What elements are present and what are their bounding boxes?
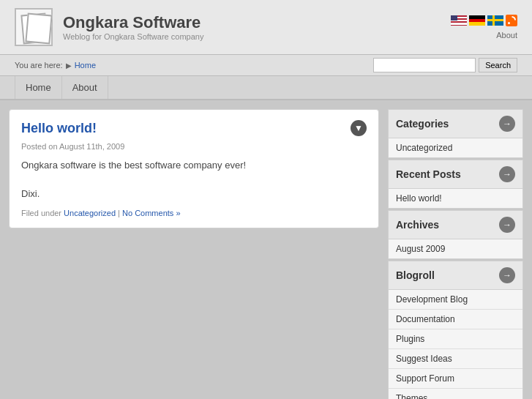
site-info: Ongkara Software Weblog for Ongkara Soft… — [63, 13, 203, 41]
post-title-row: Hello world! ▼ — [21, 120, 367, 136]
recent-posts-arrow-icon[interactable]: → — [499, 166, 515, 182]
flag-us[interactable] — [451, 15, 467, 26]
archives-arrow-icon[interactable]: → — [499, 217, 515, 233]
nav-item-home[interactable]: Home — [15, 76, 62, 99]
flag-de[interactable] — [469, 15, 485, 26]
filed-prefix: Filed under — [21, 209, 61, 217]
breadcrumb: You are here: ▶ Home — [15, 61, 96, 70]
sidebar: Categories → Uncategorized Recent Posts … — [388, 109, 523, 399]
post-body-line2: Dixi. — [21, 187, 367, 201]
nav-bar: Home About — [0, 76, 532, 100]
post-date: Posted on August 11th, 2009 — [21, 142, 367, 151]
post-title: Hello world! — [21, 121, 97, 136]
sidebar-section-blogroll: Blogroll → Development Blog Documentatio… — [388, 261, 523, 399]
search-input[interactable] — [373, 58, 476, 72]
sidebar-title-archives: Archives — [396, 219, 439, 231]
sidebar-item-plugins[interactable]: Plugins — [389, 329, 522, 349]
sidebar-title-categories: Categories — [396, 118, 449, 130]
archive-link-august-2009[interactable]: August 2009 — [396, 244, 445, 254]
sidebar-item-documentation[interactable]: Documentation — [389, 310, 522, 329]
logo-icon — [15, 8, 53, 46]
search-button[interactable]: Search — [479, 58, 517, 72]
sidebar-header-archives: Archives → — [389, 211, 522, 239]
comments-link[interactable]: No Comments » — [122, 209, 180, 217]
breadcrumb-home[interactable]: Home — [75, 61, 96, 70]
post-body-line1: Ongkara software is the best software co… — [21, 158, 367, 173]
sidebar-item-support-forum[interactable]: Support Forum — [389, 369, 522, 389]
sidebar-header-blogroll: Blogroll → — [389, 261, 522, 290]
categories-arrow-icon[interactable]: → — [499, 116, 515, 132]
rss-inner — [508, 17, 515, 24]
header: Ongkara Software Weblog for Ongkara Soft… — [0, 0, 532, 55]
sidebar-header-recent-posts: Recent Posts → — [389, 160, 522, 189]
breadcrumb-bar: You are here: ▶ Home Search — [0, 55, 532, 76]
breadcrumb-prefix: You are here: — [15, 61, 63, 70]
category-uncategorized-link[interactable]: Uncategorized — [396, 143, 452, 153]
sidebar-title-recent-posts: Recent Posts — [396, 168, 461, 180]
site-title: Ongkara Software — [63, 13, 203, 32]
sidebar-item-development-blog[interactable]: Development Blog — [389, 290, 522, 310]
flag-se[interactable] — [487, 15, 503, 26]
main-wrapper: Hello world! ▼ Posted on August 11th, 20… — [0, 100, 532, 399]
content-area: Hello world! ▼ Posted on August 11th, 20… — [9, 109, 379, 399]
sidebar-item-themes[interactable]: Themes — [389, 389, 522, 399]
sidebar-item-suggest-ideas[interactable]: Suggest Ideas — [389, 349, 522, 369]
about-link[interactable]: About — [496, 31, 517, 40]
post-card: Hello world! ▼ Posted on August 11th, 20… — [9, 109, 379, 228]
sidebar-section-recent-posts: Recent Posts → Hello world! — [388, 160, 523, 209]
recent-post-link-hello-world[interactable]: Hello world! — [396, 193, 442, 204]
breadcrumb-arrow: ▶ — [66, 61, 72, 70]
site-subtitle: Weblog for Ongkara Software company — [63, 32, 203, 41]
post-body: Ongkara software is the best software co… — [21, 158, 367, 201]
sidebar-item-uncategorized[interactable]: Uncategorized — [389, 138, 522, 157]
nav-item-about[interactable]: About — [62, 76, 108, 99]
blogroll-arrow-icon[interactable]: → — [499, 267, 515, 283]
search-area: Search — [373, 58, 517, 72]
sidebar-title-blogroll: Blogroll — [396, 269, 435, 281]
post-footer: Filed under Uncategorized | No Comments … — [21, 209, 367, 217]
sidebar-section-archives: Archives → August 2009 — [388, 210, 523, 259]
category-link[interactable]: Uncategorized — [64, 209, 116, 217]
flags — [451, 15, 517, 26]
post-expand-icon[interactable]: ▼ — [351, 120, 367, 136]
header-left: Ongkara Software Weblog for Ongkara Soft… — [15, 8, 203, 46]
sidebar-section-categories: Categories → Uncategorized — [388, 109, 523, 158]
sidebar-item-hello-world[interactable]: Hello world! — [389, 189, 522, 208]
sidebar-item-august-2009[interactable]: August 2009 — [389, 239, 522, 258]
rss-icon[interactable] — [506, 15, 517, 26]
header-right: About — [451, 15, 517, 40]
sidebar-header-categories: Categories → — [389, 110, 522, 138]
